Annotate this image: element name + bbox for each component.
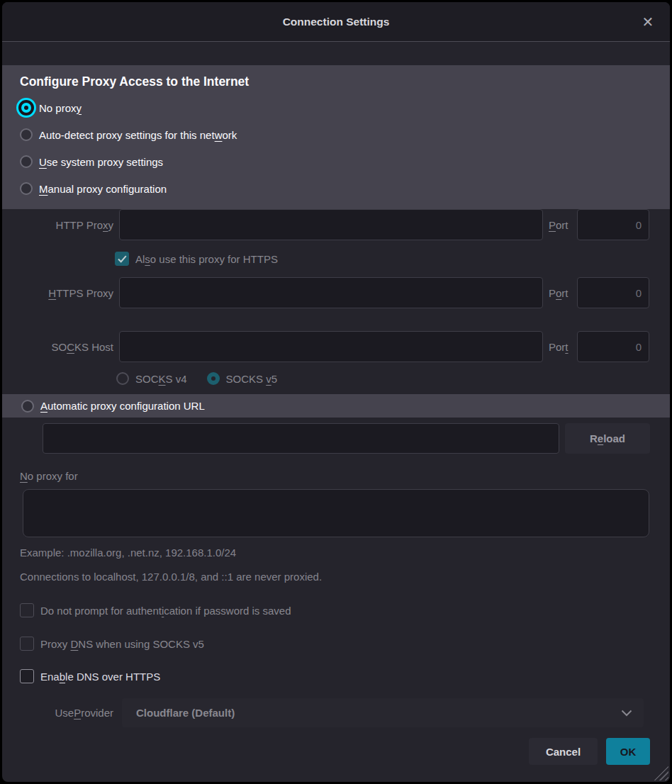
radio-socks-v4-icon[interactable] (116, 372, 129, 385)
radio-manual-label[interactable]: Manual proxy configuration (39, 183, 167, 195)
no-proxy-note-text: Connections to localhost, 127.0.0.1/8, a… (20, 571, 322, 583)
checkbox-checked-icon[interactable] (115, 252, 129, 266)
close-icon[interactable]: ✕ (637, 2, 659, 42)
dialog-title: Connection Settings (2, 2, 670, 42)
also-https-checkbox-row[interactable]: Also use this proxy for HTTPS (115, 251, 278, 267)
section-heading: Configure Proxy Access to the Internet (20, 74, 670, 89)
radio-auto-url-icon[interactable] (21, 400, 34, 413)
auto-proxy-url-label[interactable]: Automatic proxy configuration URL (40, 400, 205, 412)
enable-doh-label[interactable]: Enable DNS over HTTPS (40, 671, 160, 683)
radio-no-proxy[interactable]: No proxy (20, 94, 670, 121)
no-proxy-example-text: Example: .mozilla.org, .net.nz, 192.168.… (20, 547, 236, 559)
cancel-button[interactable]: Cancel (529, 738, 598, 765)
radio-icon[interactable] (20, 182, 33, 195)
radio-no-proxy-label[interactable]: No proxy (39, 102, 82, 114)
radio-auto-detect[interactable]: Auto-detect proxy settings for this netw… (20, 121, 670, 148)
https-proxy-input[interactable] (119, 277, 543, 308)
auto-proxy-url-input[interactable] (43, 423, 559, 454)
no-proxy-for-label: No proxy for (20, 470, 78, 482)
no-auth-prompt-checkbox-row[interactable]: Do not prompt for authentication if pass… (20, 603, 291, 618)
radio-icon[interactable] (20, 155, 33, 168)
https-port-input[interactable] (577, 277, 649, 308)
proxy-dns-label[interactable]: Proxy DNS when using SOCKS v5 (40, 638, 204, 650)
socks-v4-label[interactable]: SOCKS v4 (135, 373, 187, 385)
dialog-titlebar: Connection Settings ✕ (2, 2, 670, 42)
proxy-mode-section: Configure Proxy Access to the Internet N… (2, 65, 670, 209)
https-port-label: Port (549, 277, 569, 308)
radio-use-system-label[interactable]: Use system proxy settings (39, 156, 163, 168)
checkbox-icon[interactable] (20, 637, 34, 651)
use-provider-label: Use Provider (20, 698, 113, 727)
http-port-label: Port (549, 209, 569, 240)
no-proxy-for-textarea[interactable] (23, 489, 649, 537)
proxy-dns-checkbox-row[interactable]: Proxy DNS when using SOCKS v5 (20, 636, 204, 651)
resize-grip[interactable] (654, 766, 668, 780)
radio-use-system[interactable]: Use system proxy settings (20, 148, 670, 175)
provider-selected-value: Cloudflare (Default) (136, 707, 235, 719)
http-port-input[interactable] (577, 209, 649, 240)
ok-button[interactable]: OK (606, 738, 650, 765)
http-proxy-input[interactable] (119, 209, 543, 240)
socks-port-input[interactable] (577, 331, 649, 362)
chevron-down-icon (621, 710, 632, 717)
https-proxy-label: HTTPS Proxy (20, 277, 113, 308)
radio-auto-detect-label[interactable]: Auto-detect proxy settings for this netw… (39, 129, 237, 141)
also-https-label[interactable]: Also use this proxy for HTTPS (135, 253, 278, 265)
no-auth-prompt-label[interactable]: Do not prompt for authentication if pass… (40, 605, 291, 617)
socks-host-input[interactable] (119, 331, 543, 362)
http-proxy-label: HTTP Proxy (20, 209, 113, 240)
radio-socks-v5-icon[interactable] (207, 372, 220, 385)
auto-proxy-url-row[interactable]: Automatic proxy configuration URL (2, 394, 670, 418)
check-icon (118, 255, 127, 263)
enable-doh-checkbox-row[interactable]: Enable DNS over HTTPS (20, 668, 160, 684)
radio-manual[interactable]: Manual proxy configuration (20, 175, 670, 202)
radio-icon[interactable] (20, 128, 33, 141)
radio-selected-icon[interactable] (16, 98, 36, 118)
reload-button[interactable]: Reload (565, 423, 650, 454)
socks-version-row: SOCKS v4 SOCKS v5 (116, 371, 277, 386)
socks-port-label: Port (549, 331, 569, 362)
socks-host-label: SOCKS Host (20, 331, 113, 362)
checkbox-icon[interactable] (20, 603, 34, 617)
socks-v5-label[interactable]: SOCKS v5 (226, 373, 278, 385)
provider-dropdown[interactable]: Cloudflare (Default) (122, 698, 644, 727)
checkbox-icon[interactable] (20, 669, 34, 683)
connection-settings-dialog: Connection Settings ✕ Configure Proxy Ac… (2, 2, 670, 782)
